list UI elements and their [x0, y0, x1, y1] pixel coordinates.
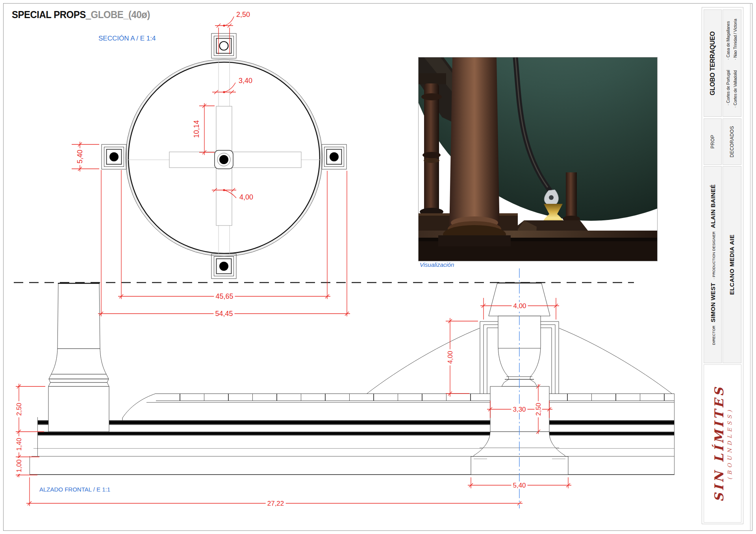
director-name: SIMON WEST [710, 283, 716, 322]
dim-label-v-2-50: 2,50 [535, 401, 542, 417]
dim-label-45-65: 45,65 [214, 292, 235, 300]
logo-subtitle: (BOUNDLESS) [726, 385, 732, 502]
dim-label-left-1-40: 1,40 [15, 436, 23, 452]
dim-label-3-30: 3,30 [511, 406, 527, 413]
title-block-company-cell: ELCANO MEDIA AIE [723, 166, 741, 363]
sets-list: · Cortes de Portugal· Casa de Magallanes… [725, 19, 739, 108]
dim-label-5-40: 5,40 [76, 148, 84, 165]
title-block-logo-cell: SIN LÍMITES (BOUNDLESS) [704, 364, 741, 523]
designer-label: · PRODUCTION DESIGNER [712, 231, 716, 279]
dim-label-left-2-50: 2,50 [15, 401, 23, 417]
set-item: · Casa de Magallanes [726, 21, 730, 59]
dim-label-27-22: 27,22 [266, 500, 286, 507]
left-pedestal [48, 283, 109, 432]
title-block-credits-cell: DIRECTOR SIMON WEST · PRODUCTION DESIGNE… [704, 166, 722, 363]
dim-label-5-40-bottom: 5,40 [511, 482, 527, 489]
tab-top [211, 33, 236, 58]
dim-label-10-14: 10,14 [193, 118, 200, 139]
dim-label-54-45: 54,45 [213, 310, 234, 318]
section-label: SECCIÓN A / E 1:4 [98, 35, 156, 42]
director-label: DIRECTOR [712, 325, 716, 345]
dim-label-top-4-00: 4,00 [511, 302, 528, 310]
object-name: GLOBO TERRAQUEO [709, 31, 716, 95]
visualization-caption: Visualización [420, 261, 454, 268]
title-block-object-cell: GLOBO TERRAQUEO [704, 9, 722, 117]
tab-left [102, 144, 126, 169]
center-hub [215, 150, 233, 169]
elevation-label: ALZADO FRONTAL / E 1:1 [39, 486, 110, 493]
set-item: · Nao Trinidad / Victoria [733, 19, 737, 60]
production-logo: SIN LÍMITES (BOUNDLESS) [713, 385, 733, 502]
company: ELCANO MEDIA AIE [729, 235, 736, 295]
category: PROP [710, 135, 715, 148]
dim-label-2-50: 2,50 [236, 11, 250, 18]
dome-curve-left [367, 328, 480, 394]
dim-label-3-40: 3,40 [239, 77, 252, 84]
dim-label-4-00: 4,00 [239, 194, 253, 201]
title-block-category-cell: PROP [704, 118, 722, 165]
title-block-department-cell: DECORADOS [723, 118, 741, 165]
set-item: · Cortes de Portugal [726, 70, 730, 105]
dim-label-left-1-00: 1,00 [15, 458, 23, 474]
set-item: · Cortes de Valladolid [733, 70, 737, 107]
drawing-sheet: SPECIAL PROPS_GLOBE_(40ø) [0, 0, 756, 534]
elevation-view [48, 283, 672, 475]
tab-bottom [211, 254, 236, 279]
title-block-sets-cell: · Cortes de Portugal· Casa de Magallanes… [723, 9, 741, 117]
designer-name: ALAIN BAINEÉ [710, 184, 716, 228]
logo-title: SIN LÍMITES [713, 385, 726, 502]
tab-right [322, 144, 346, 169]
title-block: GLOBO TERRAQUEO · Cortes de Portugal· Ca… [702, 7, 743, 524]
technical-linework [0, 0, 756, 534]
section-view [102, 33, 346, 279]
dim-label-frame-4-00: 4,00 [447, 349, 454, 365]
dome-curve-right [559, 328, 672, 394]
credits: DIRECTOR SIMON WEST · PRODUCTION DESIGNE… [710, 184, 716, 345]
department: DECORADOS [729, 126, 735, 157]
